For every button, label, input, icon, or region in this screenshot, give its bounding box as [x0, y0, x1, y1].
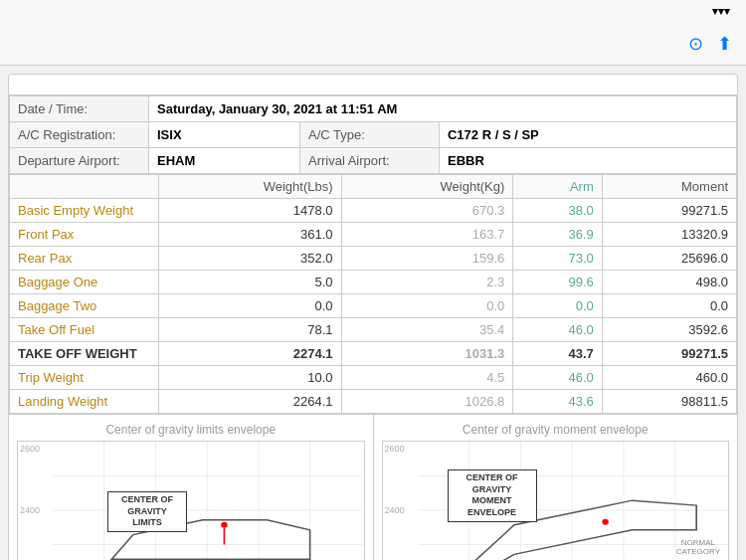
- row-wkg-6: 1031.3: [341, 342, 513, 366]
- departure-label: Departure Airport:: [10, 148, 149, 174]
- data-table: Weight(Lbs) Weight(Kg) Arm Moment Basic …: [9, 174, 737, 414]
- row-arm-7: 46.0: [513, 366, 602, 390]
- row-wkg-4: 0.0: [341, 294, 513, 318]
- row-moment-7: 460.0: [602, 366, 736, 390]
- actype-value: C172 R / S / SP: [439, 122, 736, 148]
- wifi-icon: ▾▾▾: [712, 5, 730, 18]
- row-arm-1: 36.9: [513, 223, 602, 247]
- row-label-4: Baggage Two: [10, 294, 159, 318]
- status-bar: ▾▾▾: [0, 0, 746, 22]
- row-arm-2: 73.0: [513, 247, 602, 271]
- col-header-moment: Moment: [602, 175, 736, 199]
- col-header-arm: Arm: [513, 175, 602, 199]
- chart-moment-inner: CENTER OF GRAVITYMOMENT ENVELOPE NORMALC…: [418, 442, 729, 560]
- col-header-wkg: Weight(Kg): [341, 175, 513, 199]
- table-row: Trip Weight 10.0 4.5 46.0 460.0: [10, 366, 737, 390]
- row-arm-5: 46.0: [513, 318, 602, 342]
- datetime-value: Saturday, January 30, 2021 at 11:51 AM: [149, 96, 737, 122]
- info-row-datetime: Date / Time: Saturday, January 30, 2021 …: [10, 96, 737, 122]
- row-wlbs-3: 5.0: [159, 271, 342, 294]
- chart-moment-sublabel: NORMALCATEGORY: [676, 538, 720, 557]
- row-wlbs-7: 10.0: [159, 366, 342, 390]
- row-wkg-2: 159.6: [341, 247, 513, 271]
- nav-bar: ⊙ ⬆: [0, 22, 746, 66]
- share-icon[interactable]: ⬆: [717, 33, 732, 55]
- row-label-8: Landing Weight: [10, 390, 159, 414]
- info-row-registration: A/C Registration: ISIX A/C Type: C172 R …: [10, 122, 737, 148]
- row-moment-4: 0.0: [602, 294, 736, 318]
- row-arm-8: 43.6: [513, 390, 602, 414]
- row-wlbs-8: 2264.1: [159, 390, 342, 414]
- table-row: Baggage One 5.0 2.3 99.6 498.0: [10, 271, 737, 294]
- row-wlbs-5: 78.1: [159, 318, 342, 342]
- row-label-1: Front Pax: [10, 223, 159, 247]
- row-moment-3: 498.0: [602, 271, 736, 294]
- row-wkg-3: 2.3: [341, 271, 513, 294]
- arrival-label: Arrival Airport:: [299, 148, 439, 174]
- row-arm-4: 0.0: [513, 294, 602, 318]
- row-label-6: TAKE OFF WEIGHT: [10, 342, 159, 366]
- datetime-label: Date / Time:: [10, 96, 149, 122]
- chart-moment-title: Center of gravity moment envelope: [382, 423, 730, 437]
- row-label-3: Baggage One: [10, 271, 159, 294]
- row-label-2: Rear Pax: [10, 247, 159, 271]
- row-wlbs-0: 1478.0: [159, 199, 342, 223]
- reg-label: A/C Registration:: [10, 122, 149, 148]
- row-wlbs-4: 0.0: [159, 294, 342, 318]
- main-content: Date / Time: Saturday, January 30, 2021 …: [8, 74, 738, 560]
- row-label-5: Take Off Fuel: [10, 318, 159, 342]
- info-row-airports: Departure Airport: EHAM Arrival Airport:…: [10, 148, 737, 174]
- chart-limits-label: CENTER OF GRAVITYLIMITS: [107, 491, 187, 532]
- chart-moment-ylabels: 2600 2400 2200: [383, 442, 418, 560]
- actype-label: A/C Type:: [299, 122, 439, 148]
- row-wkg-0: 670.3: [341, 199, 513, 223]
- row-wlbs-1: 361.0: [159, 223, 342, 247]
- col-header-item: [10, 175, 159, 199]
- svg-point-20: [602, 519, 608, 525]
- table-row: TAKE OFF WEIGHT 2274.1 1031.3 43.7 99271…: [10, 342, 737, 366]
- nav-icons: ⊙ ⬆: [688, 33, 732, 55]
- departure-value: EHAM: [149, 148, 300, 174]
- info-table: Date / Time: Saturday, January 30, 2021 …: [9, 95, 737, 174]
- table-row: Landing Weight 2264.1 1026.8 43.6 98811.…: [10, 390, 737, 414]
- row-arm-0: 38.0: [513, 199, 602, 223]
- row-moment-5: 3592.6: [602, 318, 736, 342]
- row-wkg-1: 163.7: [341, 223, 513, 247]
- chart-limits-svg: [53, 442, 364, 560]
- row-wkg-8: 1026.8: [341, 390, 513, 414]
- charts-section: Center of gravity limits envelope 2600 2…: [9, 414, 737, 560]
- chart-limits-container: Center of gravity limits envelope 2600 2…: [9, 415, 374, 560]
- col-header-wlbs: Weight(Lbs): [159, 175, 342, 199]
- table-row: Basic Empty Weight 1478.0 670.3 38.0 992…: [10, 199, 737, 223]
- row-moment-1: 13320.9: [602, 223, 736, 247]
- reg-value: ISIX: [149, 122, 300, 148]
- row-moment-0: 99271.5: [602, 199, 736, 223]
- row-moment-2: 25696.0: [602, 247, 736, 271]
- svg-point-9: [221, 522, 227, 528]
- chart-limits-inner: CENTER OF GRAVITYLIMITS: [53, 442, 364, 560]
- row-wlbs-2: 352.0: [159, 247, 342, 271]
- row-wkg-5: 35.4: [341, 318, 513, 342]
- row-moment-8: 98811.5: [602, 390, 736, 414]
- row-label-0: Basic Empty Weight: [10, 199, 159, 223]
- row-label-7: Trip Weight: [10, 366, 159, 390]
- table-row: Rear Pax 352.0 159.6 73.0 25696.0: [10, 247, 737, 271]
- table-row: Take Off Fuel 78.1 35.4 46.0 3592.6: [10, 318, 737, 342]
- chart-limits-ylabels: 2600 2400 2200: [18, 442, 53, 560]
- row-arm-6: 43.7: [513, 342, 602, 366]
- table-header-row: Weight(Lbs) Weight(Kg) Arm Moment: [10, 175, 737, 199]
- table-row: Baggage Two 0.0 0.0 0.0 0.0: [10, 294, 737, 318]
- row-wlbs-6: 2274.1: [159, 342, 342, 366]
- chart-moment-container: Center of gravity moment envelope 2600 2…: [374, 415, 738, 560]
- status-right: ▾▾▾: [712, 5, 736, 18]
- sheet-title: [9, 75, 737, 95]
- chart-limits-title: Center of gravity limits envelope: [17, 423, 365, 437]
- arrival-value: EBBR: [439, 148, 736, 174]
- table-row: Front Pax 361.0 163.7 36.9 13320.9: [10, 223, 737, 247]
- row-moment-6: 99271.5: [602, 342, 736, 366]
- row-arm-3: 99.6: [513, 271, 602, 294]
- chart-moment-area: 2600 2400 2200: [382, 441, 730, 560]
- row-wkg-7: 4.5: [341, 366, 513, 390]
- compass-icon[interactable]: ⊙: [688, 33, 703, 55]
- chart-moment-label: CENTER OF GRAVITYMOMENT ENVELOPE: [448, 469, 537, 522]
